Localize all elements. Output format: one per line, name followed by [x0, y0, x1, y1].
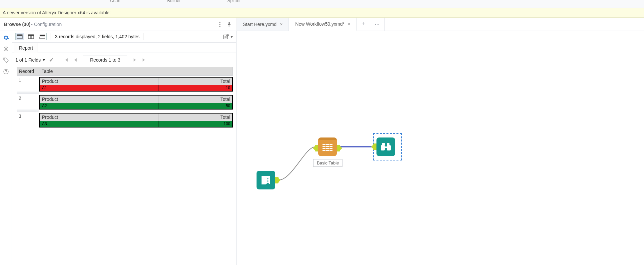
tool-browse[interactable]	[376, 137, 395, 156]
cell-product: A1	[40, 85, 159, 91]
svg-point-4	[5, 48, 7, 50]
svg-point-3	[4, 47, 8, 51]
ribbon-label-chart: Chart	[110, 0, 121, 3]
config-body: 3 records displayed, 2 fields, 1,402 byt…	[12, 31, 237, 265]
svg-rect-8	[17, 35, 22, 36]
svg-point-20	[268, 181, 269, 182]
record-number: 1	[17, 76, 39, 92]
records-range-label: Records 1 to 3	[90, 57, 120, 63]
table-row[interactable]: 1ProductTotalA110	[17, 76, 233, 92]
tool-basic-table[interactable]	[318, 137, 337, 156]
table-row[interactable]: 2ProductTotalA250	[17, 94, 233, 110]
main-area: 3 records displayed, 2 fields, 1,402 byt…	[0, 31, 644, 265]
svg-point-1	[219, 24, 220, 25]
inner-header-total: Total	[159, 78, 232, 85]
check-icon[interactable]: ✔	[49, 56, 54, 64]
inner-header-product: Product	[40, 96, 159, 103]
workflow-tab-new-workflow[interactable]: New Workflow50.yxmd* ×	[289, 18, 357, 31]
svg-rect-27	[381, 145, 385, 150]
export-dropdown[interactable]: ▾	[223, 34, 233, 39]
svg-rect-21	[322, 144, 332, 145]
svg-rect-23	[322, 148, 332, 149]
inner-header-total: Total	[159, 114, 232, 121]
pin-icon[interactable]	[226, 21, 233, 28]
tool-text-input[interactable]	[257, 171, 275, 189]
tag-icon[interactable]	[3, 57, 9, 64]
update-notification-text: A newer version of Alteryx Designer x64 …	[3, 10, 111, 15]
record-table: ProductTotalA250	[39, 95, 233, 110]
anchor-out[interactable]	[275, 177, 279, 183]
view-mode-single[interactable]	[15, 33, 24, 40]
svg-rect-11	[28, 35, 31, 36]
prev-page-icon[interactable]	[72, 56, 79, 64]
svg-point-19	[268, 180, 269, 181]
data-grid: Record Table 1ProductTotalA1102ProductTo…	[12, 67, 236, 131]
anchor-out[interactable]	[337, 145, 340, 151]
svg-rect-28	[387, 145, 391, 150]
record-table: ProductTotalA110	[39, 77, 233, 92]
gear-icon[interactable]	[3, 34, 9, 41]
paginator: 1 of 1 Fields ▼ ✔ Records 1 to 3	[12, 53, 236, 67]
view-mode-split-h[interactable]	[38, 33, 47, 40]
config-panel-header: Browse (30) - Configuration	[0, 18, 237, 31]
svg-rect-29	[382, 143, 385, 146]
ribbon-label-splitter: Splitter	[227, 0, 241, 3]
anchor-in[interactable]	[315, 145, 318, 151]
record-number: 3	[17, 112, 39, 128]
grid-column-headers: Record Table	[17, 67, 233, 76]
svg-point-0	[219, 22, 220, 23]
report-tab-label: Report	[19, 45, 33, 51]
record-number: 2	[17, 94, 39, 110]
target-icon[interactable]	[3, 46, 9, 52]
first-page-icon[interactable]	[62, 56, 70, 64]
fields-dropdown-label: 1 of 1 Fields	[15, 57, 41, 63]
workflow-tab-label: Start Here.yxmd	[243, 22, 277, 27]
ribbon-label-builder: Builder	[167, 0, 181, 3]
svg-rect-13	[40, 35, 45, 36]
view-toolbar: 3 records displayed, 2 fields, 1,402 byt…	[12, 31, 236, 43]
cell-total: 100	[159, 121, 232, 127]
help-icon[interactable]	[3, 68, 9, 75]
report-tab[interactable]: Report	[14, 43, 38, 53]
svg-rect-22	[322, 146, 332, 147]
kebab-menu-icon[interactable]	[217, 21, 223, 28]
tab-overflow-button[interactable]: ···	[370, 18, 385, 31]
new-tab-button[interactable]: +	[357, 18, 370, 31]
ribbon-strip: Chart Builder Splitter	[0, 0, 644, 8]
inner-header-total: Total	[159, 96, 232, 103]
update-notification[interactable]: A newer version of Alteryx Designer x64 …	[0, 8, 644, 18]
workflow-canvas[interactable]: Basic Table	[237, 31, 644, 265]
next-page-icon[interactable]	[131, 56, 139, 64]
config-subtitle: - Configuration	[31, 22, 62, 27]
svg-rect-12	[31, 35, 34, 36]
view-mode-split-v[interactable]	[27, 33, 35, 40]
svg-rect-24	[322, 150, 332, 151]
col-header-table[interactable]: Table	[40, 67, 233, 75]
records-range-box[interactable]: Records 1 to 3	[83, 56, 127, 64]
config-title: Browse (30)	[4, 22, 30, 27]
cell-total: 50	[159, 103, 232, 109]
cell-product: A2	[40, 103, 159, 109]
record-count-label: 3 records displayed, 2 fields, 1,402 byt…	[55, 34, 140, 39]
tool-label-text: Basic Table	[317, 160, 339, 165]
svg-rect-14	[40, 37, 45, 39]
close-tab-icon[interactable]: ×	[348, 21, 350, 27]
connection-input-to-table[interactable]	[279, 144, 319, 184]
svg-rect-31	[385, 146, 387, 148]
fields-dropdown[interactable]: 1 of 1 Fields ▼	[15, 57, 46, 63]
anchor-in[interactable]	[373, 143, 376, 150]
cell-total: 10	[159, 85, 232, 91]
workflow-tab-label: New Workflow50.yxmd*	[295, 21, 344, 27]
col-header-record[interactable]: Record	[17, 67, 40, 75]
inner-header-product: Product	[40, 114, 159, 121]
svg-rect-30	[387, 143, 389, 146]
cell-product: A3	[40, 121, 159, 127]
record-table: ProductTotalA3100	[39, 113, 233, 128]
last-page-icon[interactable]	[141, 56, 148, 64]
svg-point-2	[219, 26, 220, 27]
inner-header-product: Product	[40, 78, 159, 85]
tool-label-basic-table[interactable]: Basic Table	[313, 159, 342, 167]
workflow-tab-start-here[interactable]: Start Here.yxmd ×	[237, 18, 289, 31]
close-tab-icon[interactable]: ×	[280, 22, 283, 27]
table-row[interactable]: 3ProductTotalA3100	[17, 112, 233, 128]
